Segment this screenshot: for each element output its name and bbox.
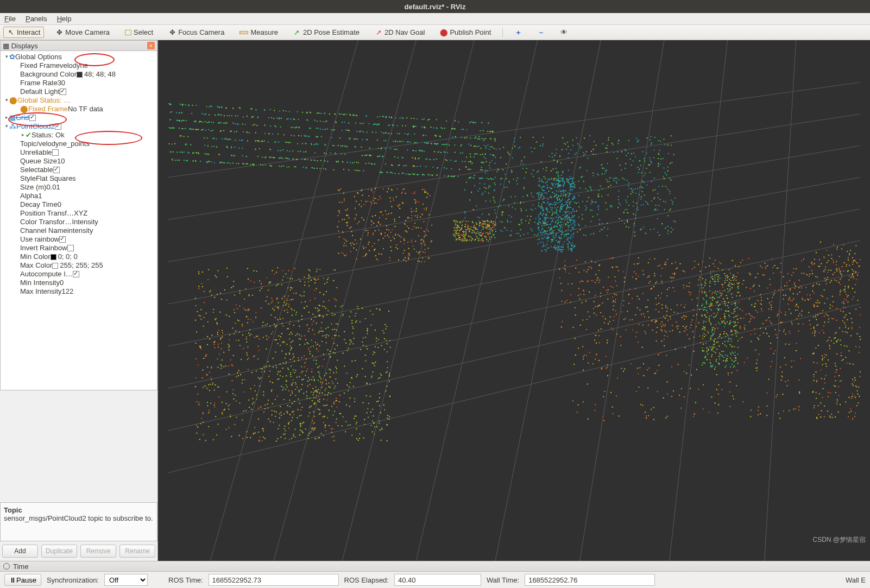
displays-panel-header[interactable]: ▦ Displays ×	[0, 40, 157, 51]
sync-select[interactable]: Off	[104, 574, 148, 586]
menu-help[interactable]: Help	[57, 15, 72, 23]
svg-rect-2156	[323, 416, 324, 418]
svg-rect-162	[255, 132, 256, 133]
svg-rect-970	[495, 157, 496, 158]
pc2-prop-row[interactable]: Decay Time0	[1, 200, 157, 208]
add-display-button[interactable]: ＋	[510, 27, 526, 38]
pc2-prop-row[interactable]: Queue Size10	[1, 156, 157, 165]
displays-tree[interactable]: ▾✿ Global Options Fixed Framevelodyne Ba…	[0, 51, 157, 390]
pc2-prop-row[interactable]: Topic/velodyne_points	[1, 139, 157, 148]
pc2-prop-row[interactable]: StyleFlat Squares	[1, 174, 157, 182]
caret-icon[interactable]: ▸	[4, 115, 9, 120]
prop-value[interactable]: Flat Squares	[36, 174, 76, 182]
prop-value[interactable]	[52, 148, 61, 156]
select-button[interactable]: Select	[121, 27, 157, 38]
caret-icon[interactable]: ▾	[4, 97, 9, 103]
3d-viewport[interactable]: CSDN @梦恼星宿	[158, 40, 870, 561]
menu-file[interactable]: File	[4, 15, 16, 23]
pc2-prop-row[interactable]: Selectable	[1, 165, 157, 174]
prop-value[interactable]	[53, 166, 62, 174]
bg-color-value[interactable]: 48; 48; 48	[77, 70, 116, 78]
svg-rect-1594	[538, 222, 539, 223]
checkbox[interactable]	[59, 236, 66, 243]
publish-point-button[interactable]: ⬤Publish Point	[436, 27, 495, 38]
close-icon[interactable]: ×	[147, 42, 155, 49]
interact-button[interactable]: ↖Interact	[3, 27, 44, 38]
svg-rect-2905	[311, 379, 312, 380]
focus-camera-button[interactable]: ✥Focus Camera	[165, 27, 228, 38]
prop-value[interactable]: intensity	[67, 226, 93, 235]
svg-rect-4530	[757, 337, 758, 338]
pose-estimate-button[interactable]: ➚2D Pose Estimate	[289, 27, 363, 38]
pc2-prop-row[interactable]: Invert Rainbow	[1, 243, 157, 252]
fixed-frame-value[interactable]: velodyne	[60, 61, 88, 69]
checkbox[interactable]	[52, 149, 59, 156]
prop-value[interactable]: XYZ	[74, 209, 87, 217]
pc2-prop-row[interactable]: Position Transf…XYZ	[1, 208, 157, 217]
prop-value[interactable]: 255; 255; 255	[52, 261, 103, 269]
caret-icon[interactable]: ▾	[4, 123, 9, 129]
checkbox[interactable]	[67, 245, 74, 251]
svg-rect-1051	[653, 178, 654, 179]
pointcloud2-checkbox[interactable]	[55, 123, 61, 130]
grid-checkbox[interactable]	[29, 115, 36, 121]
pc2-prop-row[interactable]: Min Intensity0	[1, 278, 157, 287]
pc2-prop-row[interactable]: Autocompute I…	[1, 269, 157, 278]
grid-node[interactable]: Grid	[16, 113, 29, 122]
svg-rect-3800	[810, 298, 811, 299]
svg-rect-4132	[749, 299, 750, 300]
pc2-prop-row[interactable]: Min Color0; 0; 0	[1, 252, 157, 261]
checkbox[interactable]	[53, 167, 60, 173]
caret-icon[interactable]: ▸	[20, 132, 26, 137]
pc2-prop-row[interactable]: Channel Nameintensity	[1, 226, 157, 235]
pc2-prop-row[interactable]: Unreliable	[1, 148, 157, 156]
add-button[interactable]: Add	[2, 545, 38, 558]
svg-rect-2566	[302, 371, 303, 372]
caret-icon[interactable]: ▾	[4, 54, 9, 59]
ros-elapsed-field[interactable]: 40.40	[394, 574, 481, 586]
checkbox[interactable]	[73, 271, 79, 277]
prop-value[interactable]: 0	[60, 279, 64, 287]
pc2-prop-row[interactable]: Color Transfor…Intensity	[1, 217, 157, 226]
pc2-prop-row[interactable]: Max Intensity122	[1, 287, 157, 295]
prop-value[interactable]: 0	[58, 200, 61, 208]
global-options-node[interactable]: Global Options	[15, 53, 62, 61]
nav-goal-button[interactable]: ➚2D Nav Goal	[371, 27, 428, 38]
prop-value[interactable]: 122	[62, 287, 74, 295]
prop-value[interactable]: 1	[38, 192, 42, 200]
framerate-value[interactable]: 30	[58, 79, 65, 87]
remove-display-button[interactable]: －	[533, 27, 549, 38]
pc2-prop-row[interactable]: Use rainbow	[1, 235, 157, 243]
default-light-checkbox[interactable]	[60, 88, 66, 95]
svg-rect-1227	[640, 198, 641, 199]
svg-rect-1079	[565, 230, 566, 231]
move-camera-button[interactable]: ✥Move Camera	[52, 27, 114, 38]
prop-value[interactable]	[59, 235, 68, 243]
pc2-prop-row[interactable]: Alpha1	[1, 191, 157, 200]
prop-value[interactable]: 10	[57, 157, 65, 165]
svg-rect-2756	[255, 432, 256, 433]
svg-rect-3805	[754, 284, 755, 286]
toggle-vis-button[interactable]: 👁	[556, 27, 571, 38]
prop-value[interactable]: /velodyne_points	[36, 140, 90, 148]
prop-value[interactable]: 0; 0; 0	[51, 252, 78, 261]
time-panel-header[interactable]: Time	[0, 561, 870, 572]
prop-value[interactable]	[67, 244, 76, 252]
menu-panels[interactable]: Panels	[26, 15, 47, 23]
prop-value[interactable]: 0.01	[46, 183, 60, 191]
wall-time-field[interactable]: 1685522952.76	[525, 574, 655, 586]
pc2-prop-row[interactable]: Max Color255; 255; 255	[1, 261, 157, 269]
pc2-prop-row[interactable]: Size (m)0.01	[1, 182, 157, 191]
svg-rect-3301	[344, 243, 345, 244]
svg-rect-2127	[287, 277, 288, 279]
pointcloud2-node[interactable]: PointCloud2	[16, 122, 55, 130]
prop-value[interactable]	[73, 270, 81, 278]
prop-value[interactable]: Intensity	[72, 218, 98, 226]
ros-time-field[interactable]: 1685522952.73	[209, 574, 339, 586]
pause-button[interactable]: ⏸Pause	[4, 574, 41, 586]
svg-rect-1413	[591, 189, 592, 191]
svg-rect-2399	[323, 277, 324, 279]
measure-button[interactable]: Measure	[236, 27, 282, 38]
svg-line-15	[765, 40, 796, 561]
global-status-node[interactable]: Global Status: …	[17, 96, 71, 104]
